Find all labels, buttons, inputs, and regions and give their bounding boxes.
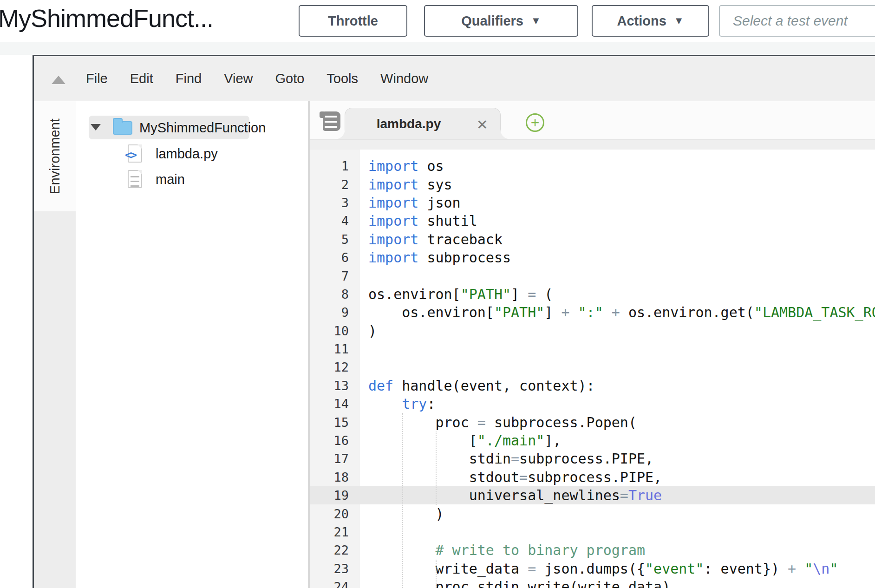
chevron-down-icon: ▼: [674, 15, 684, 27]
code-line-18: 18 stdout=subprocess.PIPE,: [310, 468, 875, 486]
line-number: 12: [310, 360, 360, 374]
menu-item-find[interactable]: Find: [176, 71, 202, 86]
actions-button-label: Actions: [617, 13, 666, 29]
indent-guide: [436, 431, 437, 505]
indent-guide: [436, 560, 437, 588]
code-line-16: 16 ["./main"],: [310, 431, 875, 450]
line-number: 14: [310, 397, 360, 411]
code-line-8: 8os.environ["PATH"] = (: [310, 285, 875, 303]
tab-label: lambda.py: [377, 117, 441, 131]
line-number: 24: [310, 580, 360, 588]
line-number: 15: [310, 415, 360, 430]
line-number: 20: [310, 507, 360, 521]
chevron-down-icon: ▼: [531, 15, 541, 27]
ide-window: FileEditFindViewGotoToolsWindow Environm…: [33, 55, 875, 588]
test-event-select[interactable]: Select a test event: [719, 5, 875, 37]
line-number: 1: [310, 159, 360, 173]
document-file-icon: [128, 170, 142, 188]
code-line-6: 6import subprocess: [310, 248, 875, 267]
code-line-9: 9 os.environ["PATH"] + ":" + os.environ.…: [310, 303, 875, 321]
folder-expand-icon[interactable]: [91, 124, 101, 131]
qualifiers-button-label: Qualifiers: [461, 13, 523, 29]
code-line-13: 13def handle(event, context):: [310, 377, 875, 395]
line-number: 7: [310, 269, 360, 283]
menu-item-window[interactable]: Window: [380, 71, 428, 86]
close-icon[interactable]: ✕: [477, 117, 488, 133]
tab-list-icon[interactable]: [323, 111, 340, 131]
line-number: 2: [310, 177, 360, 192]
line-number: 9: [310, 305, 360, 320]
code-editor-panel: lambda.py ✕ + 1import os2import sys3impo…: [310, 101, 875, 588]
line-number: 23: [310, 562, 360, 576]
indent-guide: [402, 413, 403, 588]
editor-menubar: FileEditFindViewGotoToolsWindow: [34, 56, 875, 101]
code-line-14: 14 try:: [310, 395, 875, 413]
code-line-15: 15 proc = subprocess.Popen(: [310, 413, 875, 431]
function-header: MyShimmedFunct... Throttle Qualifiers ▼ …: [0, 0, 875, 42]
tree-row-lambda-py[interactable]: <>lambda.py: [76, 141, 308, 166]
code-line-17: 17 stdin=subprocess.PIPE,: [310, 450, 875, 468]
code-line-19: 19 universal_newlines=True: [310, 486, 875, 504]
editor-tab-bar: lambda.py ✕ +: [310, 101, 875, 139]
code-line-7: 7: [310, 267, 875, 285]
code-line-21: 21: [310, 523, 875, 541]
add-tab-icon[interactable]: +: [526, 113, 544, 132]
header-divider-band: [0, 42, 875, 55]
line-number: 19: [310, 488, 360, 503]
tab-environment[interactable]: Environment: [34, 101, 76, 211]
test-event-placeholder: Select a test event: [733, 13, 848, 29]
menu-items: FileEditFindViewGotoToolsWindow: [34, 71, 428, 86]
tab-bar-lower-strip: [310, 139, 875, 150]
line-number: 21: [310, 525, 360, 539]
line-number: 22: [310, 543, 360, 557]
code-line-4: 4import shutil: [310, 212, 875, 230]
code-line-22: 22 # write to binary program: [310, 541, 875, 559]
menu-item-edit[interactable]: Edit: [130, 71, 153, 86]
code-line-3: 3import json: [310, 194, 875, 212]
actions-button[interactable]: Actions ▼: [592, 5, 709, 37]
code-line-11: 11: [310, 340, 875, 358]
line-number: 17: [310, 451, 360, 466]
menu-item-view[interactable]: View: [224, 71, 253, 86]
file-tree: MyShimmedFunction <>lambda.pymain: [76, 101, 308, 588]
code-file-icon: <>: [128, 144, 142, 163]
menu-item-tools[interactable]: Tools: [326, 71, 358, 86]
code-line-10: 10): [310, 322, 875, 340]
line-number: 16: [310, 433, 360, 448]
menu-item-goto[interactable]: Goto: [275, 71, 304, 86]
line-number: 10: [310, 324, 360, 338]
code-line-24: 24 proc.stdin.write(write_data): [310, 578, 875, 588]
tree-row-folder[interactable]: MyShimmedFunction: [76, 115, 308, 140]
code-area[interactable]: 1import os2import sys3import json4import…: [310, 150, 875, 588]
qualifiers-button[interactable]: Qualifiers ▼: [424, 5, 578, 37]
file-name: main: [156, 172, 185, 187]
menu-item-file[interactable]: File: [86, 71, 108, 86]
line-number: 13: [310, 379, 360, 393]
file-name: lambda.py: [156, 146, 218, 162]
line-number: 3: [310, 196, 360, 210]
line-number: 8: [310, 287, 360, 301]
line-number: 4: [310, 214, 360, 228]
code-line-20: 20 ): [310, 504, 875, 523]
tree-row-main[interactable]: main: [76, 166, 308, 192]
folder-icon: [113, 121, 132, 135]
code-line-5: 5import traceback: [310, 230, 875, 248]
folder-name: MyShimmedFunction: [139, 120, 266, 136]
line-number: 6: [310, 250, 360, 265]
left-tab-strip: Environment: [34, 101, 76, 588]
throttle-button[interactable]: Throttle: [299, 5, 407, 37]
line-number: 18: [310, 470, 360, 484]
line-number: 11: [310, 342, 360, 356]
code-line-1: 1import os: [310, 157, 875, 175]
collapse-panel-icon[interactable]: [52, 76, 65, 84]
code-line-23: 23 write_data = json.dumps({"event": eve…: [310, 560, 875, 578]
throttle-button-label: Throttle: [328, 13, 378, 29]
line-number: 5: [310, 232, 360, 247]
code-line-2: 2import sys: [310, 175, 875, 193]
code-line-12: 12: [310, 358, 875, 376]
environment-label: Environment: [47, 118, 63, 194]
tab-lambda-py[interactable]: lambda.py ✕: [345, 108, 501, 139]
function-title: MyShimmedFunct...: [0, 4, 213, 33]
